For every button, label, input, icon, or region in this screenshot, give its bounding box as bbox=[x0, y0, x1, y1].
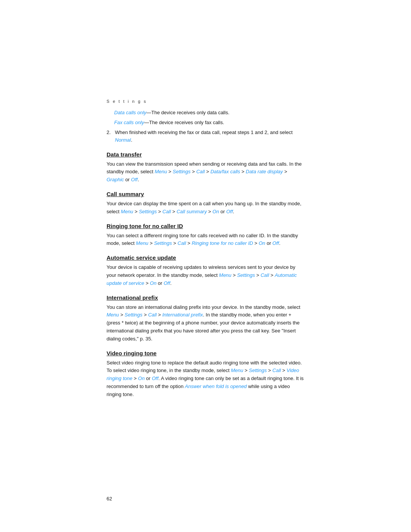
data-calls-only-text: Data calls only—The device receives only… bbox=[114, 110, 229, 115]
page: S e t t i n g s Data calls only—The devi… bbox=[0, 0, 411, 532]
vrt-answerwhen-link[interactable]: Answer when fold is opened bbox=[185, 383, 247, 389]
item-number-2: 2. bbox=[107, 129, 113, 144]
dt-menu-link[interactable]: Menu bbox=[155, 169, 167, 174]
page-number: 62 bbox=[107, 496, 112, 502]
ip-menu-link[interactable]: Menu bbox=[107, 312, 119, 318]
data-transfer-heading: Data transfer bbox=[107, 151, 304, 158]
numbered-item-2-text: When finished with receiving the fax or … bbox=[115, 129, 304, 144]
ip-settings-link[interactable]: Settings bbox=[124, 312, 142, 318]
data-transfer-section: Data transfer You can view the transmiss… bbox=[107, 151, 304, 184]
ringing-tone-body: You can select a different ringing tone … bbox=[107, 232, 304, 248]
call-summary-section: Call summary Your device can display the… bbox=[107, 191, 304, 216]
as-on-link[interactable]: On bbox=[150, 280, 156, 286]
cs-call-link[interactable]: Call bbox=[162, 209, 171, 214]
cs-on-link[interactable]: On bbox=[212, 209, 219, 214]
international-prefix-body: You can store an international dialing p… bbox=[107, 304, 304, 343]
as-settings-link[interactable]: Settings bbox=[237, 272, 255, 278]
automatic-service-heading: Automatic service update bbox=[107, 254, 304, 261]
as-off-link[interactable]: Off bbox=[164, 280, 170, 286]
dt-dataratedisplay-link[interactable]: Data rate display bbox=[246, 169, 283, 174]
normal-link[interactable]: Normal bbox=[115, 137, 131, 143]
dt-off-link[interactable]: Off bbox=[131, 177, 137, 182]
rt-on-link[interactable]: On bbox=[259, 240, 265, 246]
as-call-link[interactable]: Call bbox=[261, 272, 269, 278]
fax-calls-only-text: Fax calls only—The device receives only … bbox=[114, 120, 224, 125]
data-transfer-body: You can view the transmission speed when… bbox=[107, 160, 304, 184]
vrt-menu-link[interactable]: Menu bbox=[231, 367, 244, 373]
automatic-service-body: Your device is capable of receiving upda… bbox=[107, 264, 304, 287]
data-calls-only-block: Data calls only—The device receives only… bbox=[114, 109, 304, 117]
dt-datafaxcalls-link[interactable]: Data/fax calls bbox=[210, 169, 240, 174]
fax-calls-only-link[interactable]: Fax calls only bbox=[114, 120, 144, 125]
vrt-call-link[interactable]: Call bbox=[272, 367, 281, 373]
video-ringing-tone-heading: Video ringing tone bbox=[107, 350, 304, 356]
ringing-tone-heading: Ringing tone for no caller ID bbox=[107, 223, 304, 229]
as-menu-link[interactable]: Menu bbox=[219, 272, 232, 278]
settings-label: S e t t i n g s bbox=[107, 99, 304, 104]
vrt-on-link[interactable]: On bbox=[138, 375, 145, 381]
call-summary-heading: Call summary bbox=[107, 191, 304, 197]
video-ringing-tone-body: Select video ringing tone to replace the… bbox=[107, 359, 304, 399]
rt-call-link[interactable]: Call bbox=[178, 240, 186, 246]
numbered-item-2: 2. When finished with receiving the fax … bbox=[107, 129, 304, 144]
international-prefix-section: International prefix You can store an in… bbox=[107, 294, 304, 343]
rt-menu-link[interactable]: Menu bbox=[136, 240, 148, 246]
settings-header-block: S e t t i n g s Data calls only—The devi… bbox=[107, 99, 304, 144]
ip-intprefix-link[interactable]: International prefix bbox=[162, 312, 203, 318]
dt-settings-link[interactable]: Settings bbox=[173, 169, 191, 174]
cs-off-link[interactable]: Off bbox=[226, 209, 233, 214]
fax-calls-only-block: Fax calls only—The device receives only … bbox=[114, 119, 304, 126]
dt-graphic-link[interactable]: Graphic bbox=[107, 177, 124, 182]
data-calls-only-link[interactable]: Data calls only bbox=[114, 110, 147, 115]
call-summary-body: Your device can display the time spent o… bbox=[107, 200, 304, 216]
cs-menu-link[interactable]: Menu bbox=[121, 209, 134, 214]
rt-ringingtone-link[interactable]: Ringing tone for no caller ID bbox=[192, 240, 253, 246]
rt-off-link[interactable]: Off bbox=[272, 240, 279, 246]
dt-call-link[interactable]: Call bbox=[196, 169, 205, 174]
cs-callsummary-link[interactable]: Call summary bbox=[177, 209, 207, 214]
vrt-settings-link[interactable]: Settings bbox=[249, 367, 267, 373]
cs-settings-link[interactable]: Settings bbox=[139, 209, 157, 214]
international-prefix-heading: International prefix bbox=[107, 294, 304, 301]
video-ringing-tone-section: Video ringing tone Select video ringing … bbox=[107, 350, 304, 399]
vrt-off-link[interactable]: Off bbox=[152, 375, 158, 381]
automatic-service-section: Automatic service update Your device is … bbox=[107, 254, 304, 287]
rt-settings-link[interactable]: Settings bbox=[154, 240, 172, 246]
ringing-tone-section: Ringing tone for no caller ID You can se… bbox=[107, 223, 304, 248]
ip-call-link[interactable]: Call bbox=[148, 312, 156, 318]
